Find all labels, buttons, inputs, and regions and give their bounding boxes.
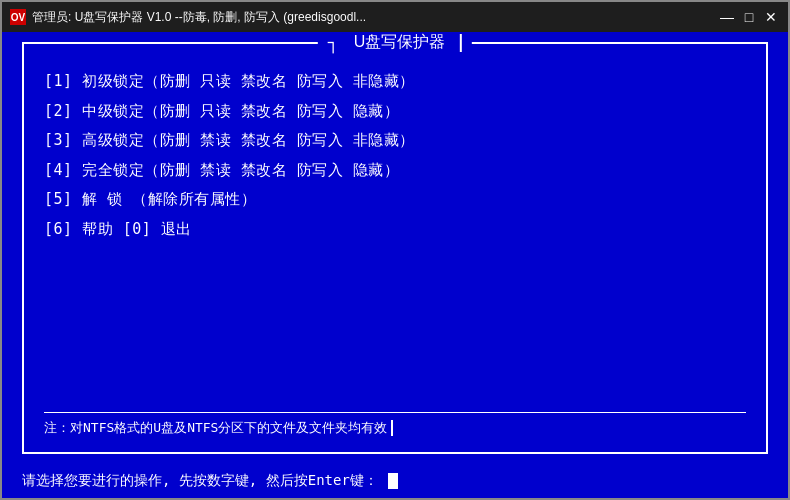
bottom-bar: 请选择您要进行的操作, 先按数字键, 然后按Enter键： bbox=[2, 464, 788, 498]
note-text: 注：对NTFS格式的U盘及NTFS分区下的文件及文件夹均有效 bbox=[44, 419, 387, 437]
app-icon: OV bbox=[10, 9, 26, 25]
minimize-button[interactable]: — bbox=[718, 8, 736, 26]
main-window: OV 管理员: U盘写保护器 V1.0 --防毒, 防删, 防写入 (greed… bbox=[0, 0, 790, 500]
note-bar: 注：对NTFS格式的U盘及NTFS分区下的文件及文件夹均有效 bbox=[44, 412, 746, 437]
menu-item-3[interactable]: [3] 高级锁定（防删 禁读 禁改名 防写入 非隐藏） bbox=[44, 128, 746, 154]
title-bar: OV 管理员: U盘写保护器 V1.0 --防毒, 防删, 防写入 (greed… bbox=[2, 2, 788, 32]
note-cursor bbox=[391, 420, 393, 436]
menu-item-4[interactable]: [4] 完全锁定（防删 禁读 禁改名 防写入 隐藏） bbox=[44, 158, 746, 184]
window-controls: — □ ✕ bbox=[718, 8, 780, 26]
input-cursor bbox=[388, 473, 398, 489]
panel-border: ┐ U盘写保护器 [1] 初级锁定（防删 只读 禁改名 防写入 非隐藏） [2]… bbox=[22, 42, 768, 454]
menu-item-5[interactable]: [5] 解 锁 （解除所有属性） bbox=[44, 187, 746, 213]
panel-title-bar: ┐ U盘写保护器 bbox=[318, 32, 472, 53]
close-button[interactable]: ✕ bbox=[762, 8, 780, 26]
maximize-button[interactable]: □ bbox=[740, 8, 758, 26]
menu-item-1[interactable]: [1] 初级锁定（防删 只读 禁改名 防写入 非隐藏） bbox=[44, 69, 746, 95]
menu-item-2[interactable]: [2] 中级锁定（防删 只读 禁改名 防写入 隐藏） bbox=[44, 99, 746, 125]
panel-title-cursor bbox=[460, 34, 462, 52]
content-area: ┐ U盘写保护器 [1] 初级锁定（防删 只读 禁改名 防写入 非隐藏） [2]… bbox=[2, 32, 788, 464]
window-title: 管理员: U盘写保护器 V1.0 --防毒, 防删, 防写入 (greedisg… bbox=[32, 9, 718, 26]
menu-item-6[interactable]: [6] 帮助 [0] 退出 bbox=[44, 217, 746, 243]
left-bracket: ┐ bbox=[328, 33, 339, 53]
menu-list: [1] 初级锁定（防删 只读 禁改名 防写入 非隐藏） [2] 中级锁定（防删 … bbox=[44, 69, 746, 404]
panel-title: U盘写保护器 bbox=[354, 32, 446, 53]
prompt-text: 请选择您要进行的操作, 先按数字键, 然后按Enter键： bbox=[22, 472, 378, 488]
